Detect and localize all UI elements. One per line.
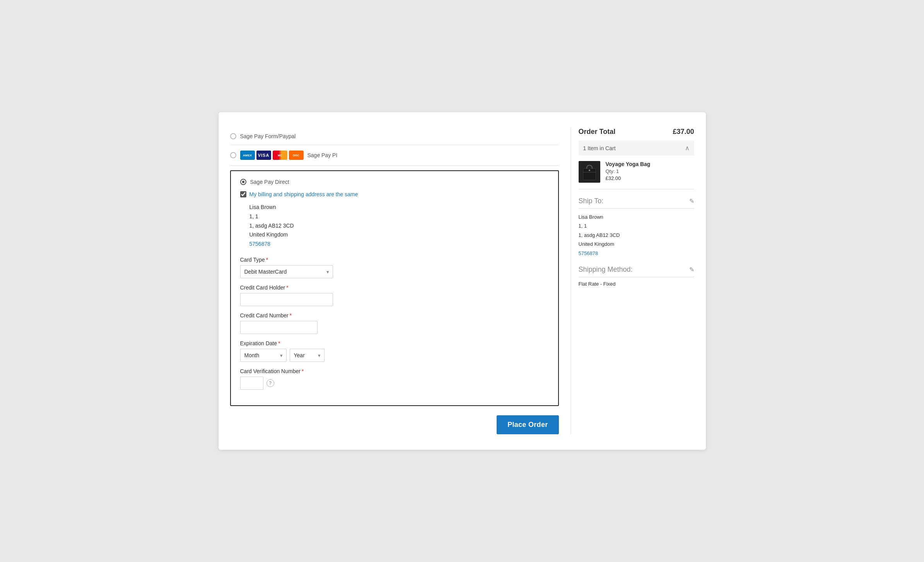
billing-name: Lisa Brown bbox=[249, 203, 549, 212]
card-type-label: Card Type* bbox=[240, 257, 549, 263]
sagepay-direct-box: Sage Pay Direct My billing and shipping … bbox=[230, 170, 559, 406]
ship-country: United Kingdom bbox=[579, 240, 694, 248]
billing-same-label: My billing and shipping address are the … bbox=[249, 191, 358, 197]
cvv-input[interactable] bbox=[240, 377, 263, 390]
payment-option-sagepay-pi[interactable]: AMEX VISA MC DISC Sage Pay PI bbox=[230, 145, 559, 166]
year-select[interactable]: Year 2024 2025 2026 2027 2028 2029 2030 bbox=[290, 349, 325, 362]
chevron-up-icon: ∧ bbox=[685, 144, 690, 152]
items-in-cart-label: 1 Item in Cart bbox=[583, 145, 616, 151]
cvv-help-icon[interactable]: ? bbox=[266, 379, 274, 387]
cardnumber-label: Credit Card Number* bbox=[240, 312, 549, 319]
svg-point-3 bbox=[589, 170, 590, 171]
billing-country: United Kingdom bbox=[249, 230, 549, 240]
expiry-label: Expiration Date* bbox=[240, 340, 549, 346]
ship-line2: 1, asdg AB12 3CD bbox=[579, 231, 694, 240]
cart-item-qty: Qty: 1 bbox=[606, 168, 651, 174]
shipping-method-section-header: Shipping Method: ✎ bbox=[579, 266, 694, 277]
cart-item-image bbox=[579, 161, 600, 183]
sagepay-direct-header[interactable]: Sage Pay Direct bbox=[240, 179, 549, 185]
card-type-select-wrapper: Debit MasterCard Visa MasterCard Amex Di… bbox=[240, 265, 333, 278]
year-select-wrapper: Year 2024 2025 2026 2027 2028 2029 2030 bbox=[290, 349, 325, 362]
cart-item-details: Voyage Yoga Bag Qty: 1 £32.00 bbox=[606, 161, 651, 181]
ship-phone: 5756878 bbox=[579, 249, 694, 258]
order-total-row: Order Total £37.00 bbox=[579, 128, 694, 136]
ship-to-address: Lisa Brown 1, 1 1, asdg AB12 3CD United … bbox=[579, 212, 694, 258]
payment-option-sagepay-form[interactable]: Sage Pay Form/Paypal bbox=[230, 128, 559, 145]
ship-to-edit-icon[interactable]: ✎ bbox=[689, 197, 694, 205]
card-type-required: * bbox=[266, 257, 268, 263]
card-icons: AMEX VISA MC DISC bbox=[240, 151, 304, 160]
card-type-select[interactable]: Debit MasterCard Visa MasterCard Amex Di… bbox=[240, 265, 333, 278]
order-total-label: Order Total bbox=[579, 128, 616, 136]
left-panel: Sage Pay Form/Paypal AMEX VISA MC DISC S… bbox=[230, 128, 570, 434]
payment-label-sagepay-form: Sage Pay Form/Paypal bbox=[240, 133, 296, 139]
payment-label-sagepay-pi: Sage Pay PI bbox=[307, 152, 338, 158]
visa-icon: VISA bbox=[256, 151, 271, 160]
shipping-method-value: Flat Rate - Fixed bbox=[579, 281, 694, 287]
payment-label-sagepay-direct: Sage Pay Direct bbox=[250, 179, 289, 185]
radio-sagepay-direct[interactable] bbox=[240, 179, 246, 185]
right-panel: Order Total £37.00 1 Item in Cart ∧ bbox=[570, 128, 694, 434]
cart-item-name: Voyage Yoga Bag bbox=[606, 161, 651, 167]
month-select-wrapper: Month 01 - January 02 - February 03 - Ma… bbox=[240, 349, 287, 362]
ship-name: Lisa Brown bbox=[579, 212, 694, 221]
shipping-method-edit-icon[interactable]: ✎ bbox=[689, 266, 694, 273]
expiry-row-container: Expiration Date* Month 01 - January 02 -… bbox=[240, 340, 549, 362]
cvv-label: Card Verification Number* bbox=[240, 368, 549, 374]
ship-to-section-header: Ship To: ✎ bbox=[579, 197, 694, 209]
place-order-button[interactable]: Place Order bbox=[497, 415, 558, 434]
ship-to-title: Ship To: bbox=[579, 197, 604, 205]
shipping-method-title: Shipping Method: bbox=[579, 266, 633, 274]
cardholder-input[interactable] bbox=[240, 293, 333, 306]
radio-sagepay-pi[interactable] bbox=[230, 152, 236, 158]
cardnumber-row: Credit Card Number* bbox=[240, 312, 549, 334]
place-order-row: Place Order bbox=[230, 415, 559, 434]
cvv-required: * bbox=[302, 368, 304, 374]
order-total-value: £37.00 bbox=[673, 128, 694, 136]
month-select[interactable]: Month 01 - January 02 - February 03 - Ma… bbox=[240, 349, 287, 362]
cardnumber-required: * bbox=[290, 312, 292, 319]
cardholder-required: * bbox=[286, 284, 288, 291]
cardholder-label: Credit Card Holder* bbox=[240, 284, 549, 291]
cardnumber-input[interactable] bbox=[240, 321, 318, 334]
cvv-input-row: ? bbox=[240, 377, 549, 390]
billing-line1: 1, 1 bbox=[249, 212, 549, 221]
discover-icon: DISC bbox=[289, 151, 304, 160]
cart-item: Voyage Yoga Bag Qty: 1 £32.00 bbox=[579, 161, 694, 189]
radio-sagepay-form[interactable] bbox=[230, 133, 236, 139]
cardholder-row: Credit Card Holder* bbox=[240, 284, 549, 306]
billing-address-block: Lisa Brown 1, 1 1, asdg AB12 3CD United … bbox=[249, 203, 549, 249]
cvv-row: Card Verification Number* ? bbox=[240, 368, 549, 390]
billing-same-checkbox[interactable] bbox=[240, 191, 246, 197]
items-in-cart-bar[interactable]: 1 Item in Cart ∧ bbox=[579, 140, 694, 156]
yoga-bag-svg bbox=[582, 163, 597, 181]
billing-phone: 5756878 bbox=[249, 240, 549, 249]
billing-line2: 1, asdg AB12 3CD bbox=[249, 221, 549, 231]
expiry-selects: Month 01 - January 02 - February 03 - Ma… bbox=[240, 349, 549, 362]
ship-line1: 1, 1 bbox=[579, 221, 694, 230]
expiry-required: * bbox=[278, 340, 280, 346]
billing-same-line[interactable]: My billing and shipping address are the … bbox=[240, 191, 549, 197]
amex-icon: AMEX bbox=[240, 151, 255, 160]
cart-item-price: £32.00 bbox=[606, 175, 651, 181]
mastercard-icon: MC bbox=[273, 151, 287, 160]
card-type-row: Card Type* Debit MasterCard Visa MasterC… bbox=[240, 257, 549, 278]
page-wrapper: Sage Pay Form/Paypal AMEX VISA MC DISC S… bbox=[219, 112, 706, 450]
